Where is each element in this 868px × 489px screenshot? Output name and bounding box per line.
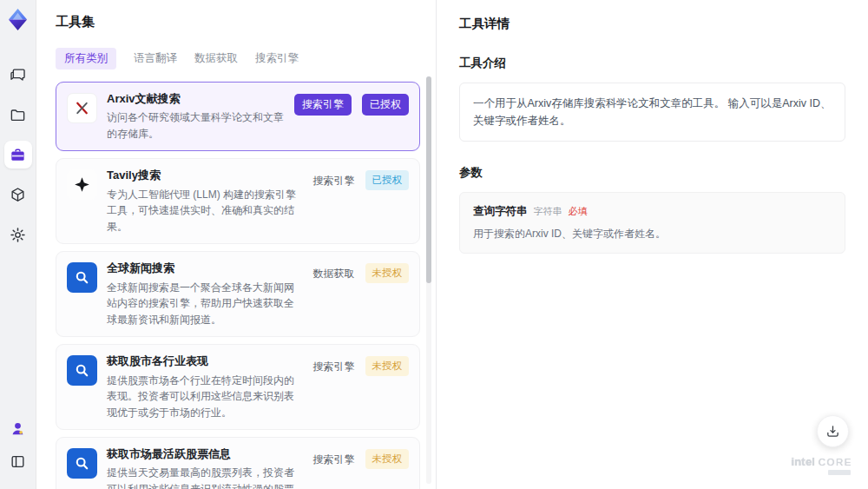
- category-label: 数据获取: [313, 263, 355, 285]
- status-badge: 已授权: [362, 94, 409, 116]
- sidebar-item-files[interactable]: [4, 101, 32, 129]
- tool-title: Tavily搜索: [107, 168, 304, 183]
- tool-description: 提供股票市场各个行业在特定时间段内的表现。投资者可以利用这些信息来识别表现优于或…: [107, 373, 304, 421]
- tool-list-item-tavily[interactable]: Tavily搜索 专为人工智能代理 (LLM) 构建的搜索引擎工具，可快速提供实…: [56, 158, 420, 244]
- list-scrollbar[interactable]: [426, 76, 431, 484]
- app-logo: [6, 8, 30, 31]
- app-sidebar: [0, 0, 36, 489]
- folder-icon: [10, 107, 26, 123]
- tab-all-categories[interactable]: 所有类别: [56, 48, 116, 69]
- intel-brand-text: intel: [791, 455, 815, 468]
- param-required-flag: 必填: [569, 205, 588, 218]
- page-title: 工具集: [56, 14, 436, 30]
- param-type: 字符串: [534, 205, 562, 218]
- tool-title: Arxiv文献搜索: [107, 91, 285, 107]
- download-button[interactable]: [817, 415, 849, 447]
- tab-translation[interactable]: 语言翻译: [134, 48, 177, 69]
- status-badge: 未授权: [365, 449, 410, 469]
- search-tile-icon: [67, 262, 97, 293]
- search-tile-icon: [67, 355, 97, 386]
- status-badge: 未授权: [365, 356, 410, 376]
- search-tile-icon: [67, 448, 97, 479]
- chat-icon: [10, 67, 26, 83]
- panel-toggle-icon: [10, 453, 26, 470]
- arxiv-icon: [67, 93, 97, 123]
- status-badge: 未授权: [365, 263, 410, 283]
- category-tabs: 所有类别 语言翻译 数据获取 搜索引擎: [56, 48, 436, 69]
- tool-detail-panel: 工具详情 工具介绍 一个用于从Arxiv存储库搜索科学论文和文章的工具。 输入可…: [436, 0, 868, 489]
- sidebar-item-chat[interactable]: [4, 61, 32, 89]
- app-window: 工具集 所有类别 语言翻译 数据获取 搜索引擎 Arxiv文献搜索 访问各个研究…: [0, 0, 868, 489]
- status-badge: 已授权: [365, 170, 410, 190]
- tool-list-item-most-active-stocks[interactable]: 获取市场最活跃股票信息 提供当天交易量最高的股票列表，投资者可以利用这些信息来识…: [56, 437, 420, 489]
- sidebar-item-settings[interactable]: [4, 221, 32, 248]
- tool-description: 全球新闻搜索是一个聚合全球各大新闻网站内容的搜索引擎，帮助用户快速获取全球最新资…: [107, 280, 304, 328]
- tool-description: 访问各个研究领域大量科学论文和文章的存储库。: [107, 109, 285, 142]
- param-description: 用于搜索的Arxiv ID、关键字或作者姓名。: [473, 227, 832, 241]
- gear-icon: [10, 227, 26, 243]
- tab-data-fetch[interactable]: 数据获取: [194, 48, 238, 69]
- category-label: 搜索引擎: [313, 356, 355, 378]
- tool-list-item-arxiv[interactable]: Arxiv文献搜索 访问各个研究领域大量科学论文和文章的存储库。 搜索引擎 已授…: [56, 82, 420, 151]
- tools-list-panel: 工具集 所有类别 语言翻译 数据获取 搜索引擎 Arxiv文献搜索 访问各个研究…: [36, 0, 436, 489]
- scrollbar-thumb[interactable]: [426, 76, 431, 283]
- cube-icon: [10, 187, 26, 203]
- sidebar-item-toolbox[interactable]: [4, 141, 32, 169]
- detail-title: 工具详情: [459, 16, 845, 32]
- tool-list-item-sector-performance[interactable]: 获取股市各行业表现 提供股票市场各个行业在特定时间段内的表现。投资者可以利用这些…: [56, 344, 420, 430]
- intro-heading: 工具介绍: [459, 56, 845, 71]
- category-label: 搜索引擎: [313, 170, 355, 192]
- tool-description: 专为人工智能代理 (LLM) 构建的搜索引擎工具，可快速提供实时、准确和真实的结…: [107, 187, 304, 235]
- tool-title: 获取市场最活跃股票信息: [107, 446, 304, 462]
- category-badge: 搜索引擎: [294, 94, 352, 116]
- tool-intro-text: 一个用于从Arxiv存储库搜索科学论文和文章的工具。 输入可以是Arxiv ID…: [459, 83, 845, 142]
- category-label: 搜索引擎: [313, 449, 355, 471]
- tab-search-engine[interactable]: 搜索引擎: [255, 48, 299, 69]
- avatar-icon: [10, 420, 26, 437]
- param-card: 查询字符串 字符串 必填 用于搜索的Arxiv ID、关键字或作者姓名。: [459, 192, 845, 254]
- intel-core-logo: intel core: [791, 455, 852, 475]
- tavily-icon: [67, 169, 97, 200]
- tool-list: Arxiv文献搜索 访问各个研究领域大量科学论文和文章的存储库。 搜索引擎 已授…: [56, 82, 420, 489]
- tool-title: 全球新闻搜索: [107, 261, 304, 276]
- tool-description: 提供当天交易量最高的股票列表，投资者可以利用这些信息来识别流动性强的股票和潜在的…: [107, 465, 304, 489]
- sidebar-item-collapse[interactable]: [4, 447, 32, 475]
- core-brand-text: core: [819, 457, 852, 467]
- toolbox-icon: [10, 147, 26, 163]
- sidebar-item-models[interactable]: [4, 181, 32, 208]
- intel-core-sub-badge: [828, 470, 851, 475]
- tool-title: 获取股市各行业表现: [107, 354, 304, 369]
- param-name: 查询字符串: [473, 204, 528, 219]
- download-icon: [825, 424, 840, 439]
- sidebar-item-account[interactable]: [4, 414, 32, 442]
- params-heading: 参数: [459, 165, 845, 181]
- tool-list-item-global-news[interactable]: 全球新闻搜索 全球新闻搜索是一个聚合全球各大新闻网站内容的搜索引擎，帮助用户快速…: [56, 251, 420, 337]
